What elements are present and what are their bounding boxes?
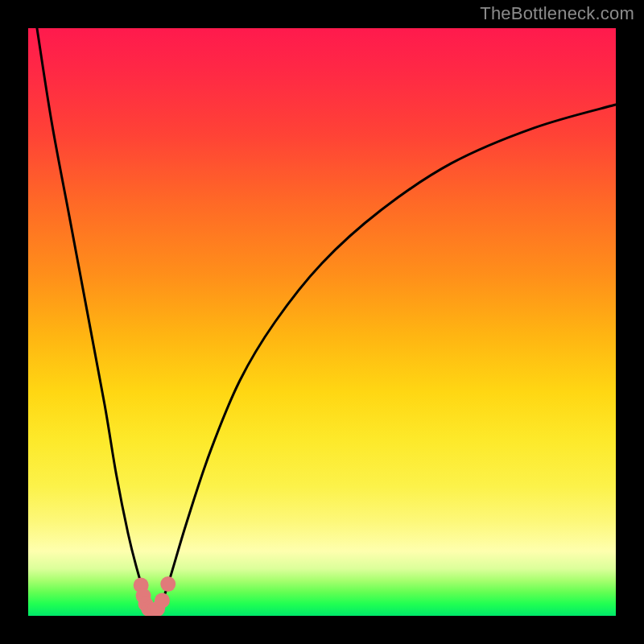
gradient-background [28, 28, 616, 616]
plot-area [28, 28, 616, 616]
watermark-text: TheBottleneck.com [480, 3, 634, 24]
chart-frame: TheBottleneck.com [0, 0, 644, 644]
